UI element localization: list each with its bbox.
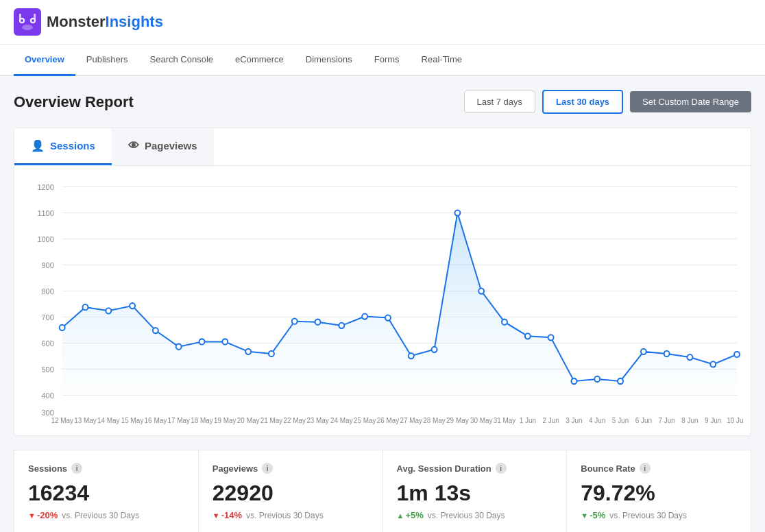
svg-point-47 [502, 319, 507, 325]
svg-point-51 [594, 376, 600, 382]
date-btn-30days[interactable]: Last 30 days [542, 90, 623, 114]
svg-text:18 May: 18 May [191, 416, 213, 424]
stat-card-avg-session: Avg. Session Duration i 1m 13s ▲ +5% vs.… [382, 450, 567, 532]
svg-point-45 [454, 210, 460, 215]
nav-item-forms[interactable]: Forms [363, 45, 411, 76]
svg-point-41 [362, 313, 367, 319]
svg-rect-7 [34, 14, 36, 19]
svg-point-4 [32, 19, 34, 22]
svg-text:1100: 1100 [37, 208, 53, 217]
svg-point-33 [176, 344, 182, 350]
svg-point-54 [664, 351, 670, 356]
svg-text:4 Jun: 4 Jun [589, 416, 605, 424]
svg-text:26 May: 26 May [377, 416, 400, 424]
svg-text:1200: 1200 [37, 182, 53, 191]
date-custom-btn[interactable]: Set Custom Date Range [630, 91, 751, 112]
main-content: Overview Report Last 7 days Last 30 days… [0, 76, 765, 532]
nav-item-overview[interactable]: Overview [14, 45, 75, 76]
svg-text:12 May: 12 May [51, 416, 73, 424]
svg-text:2 Jun: 2 Jun [542, 416, 559, 424]
stat-comparison-avg-session: ▲ +5% vs. Previous 30 Days [397, 510, 553, 520]
svg-text:400: 400 [41, 391, 53, 399]
svg-text:23 May: 23 May [306, 416, 329, 424]
sessions-chart: 1200 1100 1000 900 800 700 600 500 400 3… [21, 173, 744, 433]
svg-text:10 Jun: 10 Jun [727, 416, 744, 424]
nav-item-search-console[interactable]: Search Console [139, 45, 225, 76]
svg-rect-6 [19, 14, 21, 19]
stat-card-bounce-rate: Bounce Rate i 79.72% ▼ -5% vs. Previous … [566, 450, 751, 532]
chart-tab-pageviews[interactable]: 👁 Pageviews [112, 128, 214, 165]
info-icon-sessions[interactable]: i [71, 463, 82, 474]
eye-icon: 👁 [128, 140, 139, 152]
svg-point-35 [222, 339, 228, 344]
stat-label-avg-session: Avg. Session Duration i [397, 463, 553, 474]
stat-value-bounce-rate: 79.72% [581, 481, 737, 506]
svg-point-3 [21, 19, 23, 22]
svg-text:31 May: 31 May [494, 416, 516, 424]
svg-point-49 [548, 335, 554, 340]
info-icon-pageviews[interactable]: i [262, 463, 273, 474]
nav-item-publishers[interactable]: Publishers [75, 45, 139, 76]
svg-point-5 [22, 25, 33, 30]
svg-point-53 [641, 349, 646, 354]
svg-text:24 May: 24 May [330, 416, 353, 424]
chart-body: 1200 1100 1000 900 800 700 600 500 400 3… [14, 166, 751, 435]
logo: MonsterInsights [14, 8, 163, 36]
svg-text:29 May: 29 May [446, 416, 469, 424]
stat-comparison-pageviews: ▼ -14% vs. Previous 30 Days [212, 510, 369, 520]
stat-card-pageviews: Pageviews i 22920 ▼ -14% vs. Previous 30… [198, 450, 382, 532]
logo-text: MonsterInsights [47, 13, 163, 31]
svg-text:28 May: 28 May [423, 416, 446, 424]
stat-change-sessions: ▼ -20% [28, 510, 58, 520]
svg-text:3 Jun: 3 Jun [566, 416, 582, 424]
svg-text:16 May: 16 May [145, 416, 167, 424]
svg-point-40 [339, 323, 344, 328]
stat-label-bounce-rate: Bounce Rate i [581, 463, 737, 474]
svg-point-48 [525, 333, 531, 339]
svg-text:500: 500 [41, 365, 53, 373]
arrow-up-icon: ▲ [397, 511, 404, 520]
svg-point-38 [292, 319, 298, 324]
svg-text:25 May: 25 May [354, 416, 376, 424]
date-btn-7days[interactable]: Last 7 days [464, 90, 536, 113]
info-icon-avg-session[interactable]: i [496, 463, 507, 474]
svg-point-43 [409, 353, 414, 359]
stat-comparison-bounce-rate: ▼ -5% vs. Previous 30 Days [581, 510, 737, 520]
arrow-down-icon: ▼ [28, 511, 36, 520]
svg-text:1 Jun: 1 Jun [520, 416, 536, 424]
svg-point-44 [432, 347, 437, 352]
svg-point-29 [82, 304, 88, 310]
logo-icon [14, 8, 41, 36]
svg-text:22 May: 22 May [283, 416, 306, 424]
svg-text:600: 600 [41, 339, 53, 347]
chart-container: 👤 Sessions 👁 Pageviews [14, 128, 751, 436]
nav-item-dimensions[interactable]: Dimensions [295, 45, 363, 76]
svg-text:17 May: 17 May [167, 416, 190, 424]
svg-text:900: 900 [41, 261, 53, 269]
svg-point-39 [315, 319, 321, 325]
svg-text:9 Jun: 9 Jun [705, 416, 721, 424]
nav-item-real-time[interactable]: Real-Time [411, 45, 473, 76]
svg-text:8 Jun: 8 Jun [681, 416, 698, 424]
svg-rect-0 [14, 8, 41, 36]
svg-text:19 May: 19 May [214, 416, 236, 424]
svg-text:15 May: 15 May [121, 416, 144, 424]
stat-change-pageviews: ▼ -14% [212, 510, 242, 520]
svg-point-37 [269, 351, 274, 356]
svg-point-55 [687, 354, 692, 360]
chart-tab-sessions[interactable]: 👤 Sessions [14, 128, 112, 165]
svg-text:1000: 1000 [37, 234, 53, 243]
arrow-down-icon: ▼ [212, 511, 220, 520]
svg-point-28 [60, 325, 65, 330]
svg-text:6 Jun: 6 Jun [635, 416, 652, 424]
svg-point-42 [385, 315, 391, 320]
svg-marker-27 [62, 213, 737, 396]
stat-comparison-sessions: ▼ -20% vs. Previous 30 Days [28, 510, 184, 520]
svg-point-52 [618, 378, 623, 384]
arrow-down-icon: ▼ [581, 511, 588, 520]
info-icon-bounce-rate[interactable]: i [640, 463, 651, 474]
nav-item-ecommerce[interactable]: eCommerce [224, 45, 295, 76]
svg-point-32 [153, 328, 158, 333]
svg-point-30 [106, 308, 111, 313]
stat-label-pageviews: Pageviews i [212, 463, 369, 474]
